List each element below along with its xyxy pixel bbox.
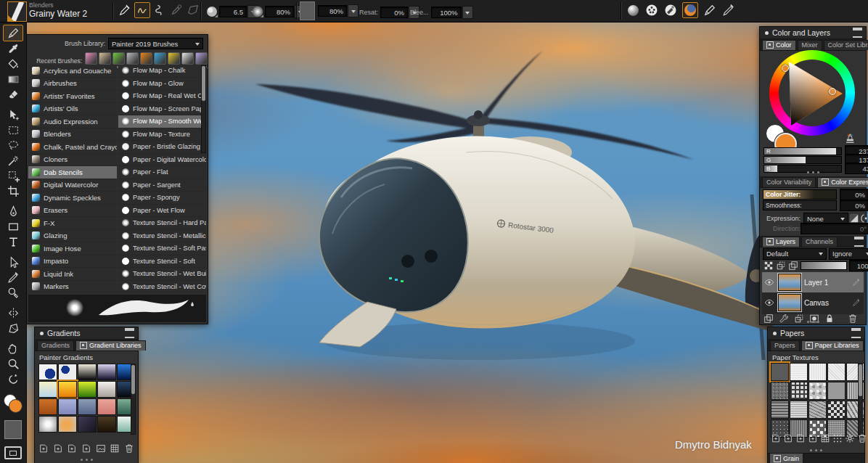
brush-variant-texture-stencil-wet-buildup[interactable]: Texture Stencil - Wet Buildup: [118, 268, 206, 281]
grain-input[interactable]: 80%: [318, 5, 347, 17]
paper-scrollbar[interactable]: [858, 363, 863, 440]
brush-category-image-hose[interactable]: Image Hose: [28, 242, 117, 255]
simple-brush-icon[interactable]: [703, 3, 717, 17]
brush-category-digital-watercolor[interactable]: Digital Watercolor: [28, 179, 117, 192]
brush-size-input[interactable]: 6.5: [219, 6, 247, 17]
rotate-page-tool[interactable]: [4, 372, 22, 387]
brush-variant-texture-stencil-soft-pastel[interactable]: Texture Stencil - Soft Pastel: [118, 242, 206, 255]
gradient-swatch[interactable]: [58, 381, 77, 398]
gradient-swatch[interactable]: [38, 416, 57, 433]
pen-tool[interactable]: [4, 204, 22, 219]
panel-resize-dots[interactable]: [760, 321, 866, 323]
export-paper-icon[interactable]: [783, 433, 793, 444]
smoothness-value[interactable]: 0%: [840, 200, 868, 211]
g-slider[interactable]: G: [763, 156, 842, 164]
tab-row-menu-icon[interactable]: [854, 237, 864, 247]
brush-variant-paper-digital-watercolor-par[interactable]: Paper - Digital Watercolor Par: [118, 154, 206, 167]
brush-tool[interactable]: [3, 25, 23, 41]
straight-line-strokes-icon[interactable]: [152, 3, 167, 17]
gradient-swatch[interactable]: [58, 398, 77, 415]
pick-up-underlying-color-icon[interactable]: [775, 260, 787, 271]
preserve-transparency-icon[interactable]: [763, 260, 774, 271]
paper-grain-thumbnail[interactable]: [300, 1, 315, 20]
clone-color-icon[interactable]: [169, 3, 184, 17]
color-wheel[interactable]: [769, 50, 855, 136]
gradient-swatch[interactable]: [38, 398, 57, 415]
layer-visibility-eye-icon[interactable]: [763, 276, 775, 288]
hue-ring-marker[interactable]: [782, 65, 789, 72]
brush-category-cloners[interactable]: Cloners: [28, 154, 117, 167]
export-library-icon[interactable]: [808, 433, 818, 444]
paper-texture-checker[interactable]: [827, 401, 846, 419]
gradient-swatch[interactable]: [78, 381, 97, 398]
mixer-pad-icon[interactable]: [663, 3, 678, 17]
gradient-swatch[interactable]: [78, 416, 97, 433]
tab-layers[interactable]: Layers: [762, 237, 800, 247]
toolbox-paper-selector[interactable]: [4, 420, 22, 439]
color-jitter-slider[interactable]: Color Jitter:: [763, 189, 837, 200]
color-sphere-icon[interactable]: [626, 3, 640, 17]
import-library-icon[interactable]: [795, 433, 806, 444]
brush-variant-paper-spongy[interactable]: Paper - Spongy: [118, 192, 206, 205]
tab-gradient-libraries[interactable]: Gradient Libraries: [75, 340, 146, 351]
brush-variant-paper-wet-flow[interactable]: Paper - Wet Flow: [118, 205, 206, 218]
rectangular-shape-tool[interactable]: [4, 219, 22, 234]
layer-adjuster-tool[interactable]: [4, 107, 22, 123]
brush-category-artists-oils[interactable]: Artists' Oils: [28, 103, 117, 116]
eraser-tool[interactable]: [4, 87, 22, 102]
tab-paper-libraries[interactable]: Paper Libraries: [801, 340, 864, 351]
brush-category-acrylics-and-gouache[interactable]: Acrylics and Gouache: [28, 65, 117, 78]
delete-gradient-icon[interactable]: [123, 443, 135, 454]
resat-input[interactable]: 0%: [380, 7, 408, 18]
scissors-tool[interactable]: [4, 270, 22, 285]
export-library-icon[interactable]: [81, 443, 92, 454]
gradient-swatch[interactable]: [97, 398, 116, 415]
main-color-swatches[interactable]: [4, 394, 22, 413]
brush-variant-flow-map-glow[interactable]: Flow Map - Glow: [118, 78, 206, 91]
main-color-swatch[interactable]: [9, 399, 22, 413]
brush-category-dab-stencils[interactable]: Dab Stencils: [28, 166, 117, 179]
brush-variant-flow-map-chalk[interactable]: Flow Map - Chalk: [118, 65, 206, 78]
brush-category-audio-expression[interactable]: Audio Expression: [28, 115, 117, 128]
tab-gradients[interactable]: Gradients: [37, 340, 74, 351]
brush-variant-paper-bristle-glazing[interactable]: Paper - Bristle Glazing: [118, 141, 206, 154]
paper-texture-speckle[interactable]: [827, 382, 846, 400]
paper-texture-fine-lines[interactable]: [790, 401, 808, 419]
gradient-scrollbar[interactable]: [131, 364, 136, 435]
sat-value-triangle[interactable]: [769, 50, 855, 136]
paint-bucket-tool[interactable]: [4, 57, 22, 72]
tab-channels[interactable]: Channels: [801, 237, 838, 247]
gradient-swatch[interactable]: [97, 364, 116, 380]
gradient-swatch[interactable]: [38, 381, 57, 398]
brush-tool-icon[interactable]: [118, 3, 132, 17]
r-slider[interactable]: R: [763, 147, 842, 155]
rectangular-selection-tool[interactable]: [4, 123, 22, 138]
gradient-swatch[interactable]: [78, 398, 97, 415]
gradient-swatch[interactable]: [78, 364, 97, 380]
panel-resize-dots[interactable]: [760, 171, 866, 173]
view-mode-button[interactable]: [4, 446, 22, 459]
mirror-painting-tool[interactable]: [4, 306, 22, 321]
make-paper-icon[interactable]: [832, 433, 843, 444]
brush-category-liquid-ink[interactable]: Liquid Ink: [28, 268, 117, 281]
magnifier-edit-tool[interactable]: [4, 285, 22, 300]
panel-collapse-dot[interactable]: [40, 332, 44, 335]
panel-collapse-dot[interactable]: [773, 332, 777, 335]
paper-texture-crackle[interactable]: [808, 382, 827, 400]
composite-method-dropdown[interactable]: Default: [763, 248, 827, 260]
import-gradient-icon[interactable]: [38, 443, 49, 454]
gradient-fill-icon[interactable]: [682, 2, 698, 18]
brush-category-erasers[interactable]: Erasers: [28, 205, 117, 218]
paper-texture-fine-light[interactable]: [808, 363, 827, 381]
import-library-icon[interactable]: [66, 443, 78, 454]
brush-category-glazing[interactable]: Glazing: [28, 230, 117, 243]
import-paper-icon[interactable]: [771, 433, 781, 444]
grain-dropdown[interactable]: [348, 4, 359, 17]
tab-papers[interactable]: Papers: [770, 340, 800, 351]
brush-variant-flow-map-real-wet-oil[interactable]: Flow Map - Real Wet Oil: [118, 90, 206, 103]
selection-adjuster-tool[interactable]: [4, 168, 22, 184]
tab-color-variability[interactable]: Color Variability: [762, 177, 816, 187]
crop-tool[interactable]: [4, 184, 22, 199]
brush-variant-paper-flat[interactable]: Paper - Flat: [118, 166, 206, 179]
triangle-marker[interactable]: [829, 88, 836, 95]
